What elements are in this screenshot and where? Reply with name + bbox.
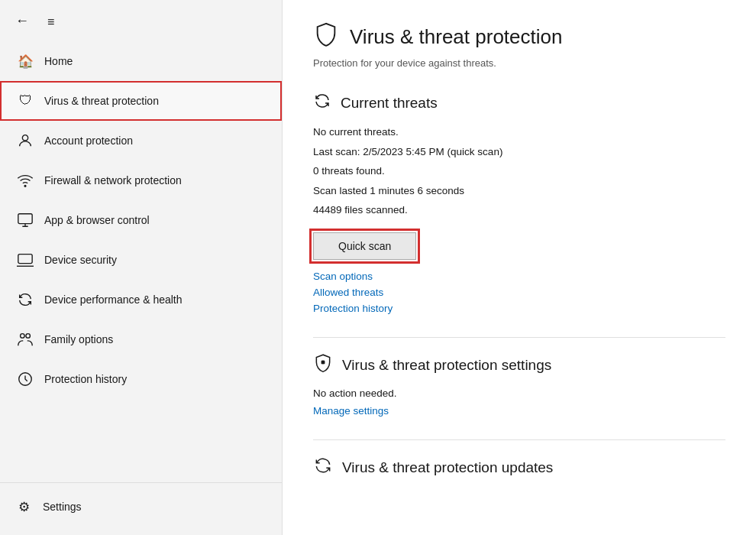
sidebar-top-bar: ← ≡ xyxy=(0,0,282,41)
svg-rect-2 xyxy=(18,214,32,224)
manage-settings-link[interactable]: Manage settings xyxy=(313,405,389,417)
sidebar-item-label: Virus & threat protection xyxy=(44,95,159,107)
clock-icon xyxy=(17,371,34,387)
shield-icon: 🛡 xyxy=(17,92,34,109)
sidebar-item-family[interactable]: Family options xyxy=(0,319,282,359)
settings-item[interactable]: ⚙ Settings xyxy=(15,491,267,523)
protection-history-link[interactable]: Protection history xyxy=(313,303,393,314)
divider-2 xyxy=(313,439,725,440)
svg-point-1 xyxy=(24,185,26,186)
sidebar-item-label: Family options xyxy=(44,333,113,345)
protection-settings-title: Virus & threat protection settings xyxy=(342,357,551,374)
sidebar-item-appbrowser[interactable]: App & browser control xyxy=(0,200,282,240)
sidebar-item-home[interactable]: 🏠 Home xyxy=(0,41,282,81)
protection-updates-header: Virus & threat protection updates xyxy=(313,456,725,480)
files-scanned-text: 44489 files scanned. xyxy=(313,202,725,219)
protection-settings-status: No action needed. xyxy=(313,385,725,402)
current-threats-header: Current threats xyxy=(313,92,725,115)
sidebar-item-label: Protection history xyxy=(44,373,127,385)
sidebar-item-deviceperf[interactable]: Device performance & health xyxy=(0,280,282,319)
page-header: Virus & threat protection xyxy=(313,21,725,53)
svg-point-4 xyxy=(21,334,24,339)
settings-label: Settings xyxy=(43,501,82,513)
sidebar-item-label: Device performance & health xyxy=(44,293,183,306)
protection-updates-title: Virus & threat protection updates xyxy=(342,459,553,476)
sidebar-nav: 🏠 Home 🛡 Virus & threat protection Accou… xyxy=(0,41,282,482)
current-threats-section: Current threats No current threats. Last… xyxy=(313,92,725,314)
protection-updates-section: Virus & threat protection updates xyxy=(313,456,725,480)
sidebar-item-virus[interactable]: 🛡 Virus & threat protection xyxy=(0,81,282,121)
family-icon xyxy=(17,331,34,348)
scan-links: Scan options Allowed threats Protection … xyxy=(313,271,725,314)
page-title: Virus & threat protection xyxy=(350,25,562,49)
home-icon: 🏠 xyxy=(17,53,34,70)
threats-icon xyxy=(313,92,331,115)
scan-lasted-text: Scan lasted 1 minutes 6 seconds xyxy=(313,183,725,199)
monitor-icon xyxy=(17,212,34,229)
back-button[interactable]: ← xyxy=(12,10,32,32)
protection-settings-header: Virus & threat protection settings xyxy=(313,353,725,378)
quick-scan-button[interactable]: Quick scan xyxy=(313,232,416,260)
sidebar-item-label: Device security xyxy=(44,254,117,266)
person-icon xyxy=(17,132,34,149)
page-header-icon xyxy=(313,21,339,53)
divider-1 xyxy=(313,337,725,338)
sidebar-item-firewall[interactable]: Firewall & network protection xyxy=(0,160,282,200)
sidebar-item-label: App & browser control xyxy=(44,214,150,226)
page-subtitle: Protection for your device against threa… xyxy=(313,57,725,69)
current-threats-title: Current threats xyxy=(341,95,438,112)
main-content: Virus & threat protection Protection for… xyxy=(283,0,756,535)
sidebar-item-label: Firewall & network protection xyxy=(44,174,182,186)
updates-icon xyxy=(313,456,333,480)
svg-point-0 xyxy=(22,135,27,141)
svg-rect-3 xyxy=(18,255,32,264)
svg-point-5 xyxy=(26,334,30,339)
sidebar: ← ≡ 🏠 Home 🛡 Virus & threat protection A… xyxy=(0,0,283,535)
sidebar-bottom: ⚙ Settings xyxy=(0,482,282,535)
sidebar-item-label: Account protection xyxy=(44,135,133,147)
sidebar-item-account[interactable]: Account protection xyxy=(0,121,282,160)
settings-gear-icon xyxy=(313,353,333,378)
last-scan-text: Last scan: 2/5/2023 5:45 PM (quick scan) xyxy=(313,144,725,160)
protection-settings-section: Virus & threat protection settings No ac… xyxy=(313,353,725,417)
scan-options-link[interactable]: Scan options xyxy=(313,271,373,282)
settings-icon: ⚙ xyxy=(15,498,32,515)
refresh-icon xyxy=(17,291,34,308)
no-threats-text: No current threats. xyxy=(313,124,725,141)
sidebar-item-history[interactable]: Protection history xyxy=(0,359,282,399)
allowed-threats-link[interactable]: Allowed threats xyxy=(313,287,383,298)
threats-found-text: 0 threats found. xyxy=(313,163,725,180)
hamburger-button[interactable]: ≡ xyxy=(44,12,57,32)
laptop-icon xyxy=(17,251,34,268)
wifi-icon xyxy=(17,172,34,189)
sidebar-item-devicesec[interactable]: Device security xyxy=(0,240,282,280)
sidebar-item-label: Home xyxy=(44,55,73,67)
svg-point-7 xyxy=(321,360,325,364)
